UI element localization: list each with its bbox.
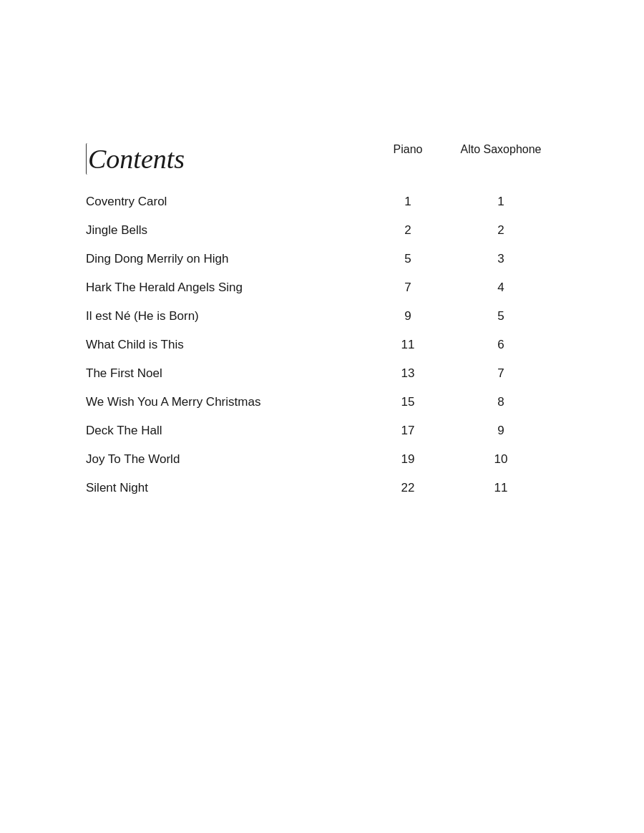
contents-title: Contents [86, 143, 185, 175]
piano-page-number: 22 [372, 481, 444, 495]
header-row: Contents Piano Alto Saxophone [86, 143, 558, 175]
table-row: Joy To The World1910 [86, 445, 558, 474]
piano-page-number: 15 [372, 395, 444, 409]
sax-page-number: 7 [444, 366, 558, 381]
table-row: Deck The Hall179 [86, 416, 558, 445]
piano-header-label: Piano [394, 143, 423, 155]
song-title: The First Noel [86, 366, 372, 381]
sax-page-number: 10 [444, 452, 558, 467]
piano-page-number: 11 [372, 338, 444, 352]
sax-page-number: 5 [444, 309, 558, 323]
sax-page-number: 4 [444, 281, 558, 295]
sax-column-header: Alto Saxophone [444, 143, 558, 175]
sax-page-number: 6 [444, 338, 558, 352]
table-row: Jingle Bells22 [86, 216, 558, 245]
piano-page-number: 5 [372, 252, 444, 266]
song-title: Coventry Carol [86, 195, 372, 209]
sax-page-number: 8 [444, 395, 558, 409]
song-title: Silent Night [86, 481, 372, 495]
song-title: Ding Dong Merrily on High [86, 252, 372, 266]
table-row: The First Noel137 [86, 359, 558, 388]
table-row: Hark The Herald Angels Sing74 [86, 273, 558, 302]
piano-page-number: 17 [372, 424, 444, 438]
piano-page-number: 13 [372, 366, 444, 381]
piano-page-number: 1 [372, 195, 444, 209]
song-title: Jingle Bells [86, 223, 372, 238]
songs-table: Coventry Carol11Jingle Bells22Ding Dong … [86, 187, 558, 502]
song-title: What Child is This [86, 338, 372, 352]
table-row: What Child is This116 [86, 331, 558, 359]
piano-column-header: Piano [372, 143, 444, 175]
page: Contents Piano Alto Saxophone Coventry C… [0, 0, 644, 833]
song-title: Joy To The World [86, 452, 372, 467]
piano-page-number: 2 [372, 223, 444, 238]
sax-page-number: 1 [444, 195, 558, 209]
table-row: Silent Night2211 [86, 474, 558, 502]
piano-page-number: 7 [372, 281, 444, 295]
sax-page-number: 9 [444, 424, 558, 438]
song-title: We Wish You A Merry Christmas [86, 395, 372, 409]
song-title: Il est Né (He is Born) [86, 309, 372, 323]
piano-page-number: 9 [372, 309, 444, 323]
title-area: Contents [86, 143, 372, 175]
sax-page-number: 11 [444, 481, 558, 495]
sax-page-number: 3 [444, 252, 558, 266]
sax-header-label: Alto Saxophone [461, 143, 542, 155]
song-title: Deck The Hall [86, 424, 372, 438]
sax-page-number: 2 [444, 223, 558, 238]
table-row: Ding Dong Merrily on High53 [86, 245, 558, 273]
piano-page-number: 19 [372, 452, 444, 467]
song-title: Hark The Herald Angels Sing [86, 281, 372, 295]
table-row: Il est Né (He is Born)95 [86, 302, 558, 331]
table-row: We Wish You A Merry Christmas158 [86, 388, 558, 416]
table-row: Coventry Carol11 [86, 187, 558, 216]
